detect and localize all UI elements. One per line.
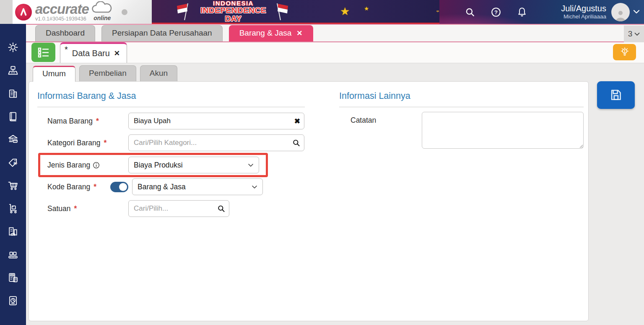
conveyor-boxes-icon xyxy=(7,249,19,261)
required-marker: * xyxy=(74,204,77,213)
tab-overflow-dropdown[interactable]: 3 xyxy=(624,26,644,42)
building-car-icon xyxy=(7,226,19,237)
sidebar-item-purchases-cart[interactable] xyxy=(0,174,26,197)
main-content: Dashboard Persiapan Data Perusahaan Bara… xyxy=(26,24,644,325)
clear-input-icon[interactable]: ✖ xyxy=(294,117,300,126)
garuda-emblem-icon xyxy=(436,2,439,21)
price-tag-rp-icon: Rp xyxy=(7,157,19,168)
tips-bulb-button[interactable] xyxy=(613,44,636,60)
catatan-label: Catatan xyxy=(351,116,376,125)
field-row-kategori-barang: Kategori Barang* xyxy=(47,134,304,151)
banner-text: INDONESIA INDEPENDENCE DAY xyxy=(200,0,266,23)
sidebar-item-banking[interactable] xyxy=(0,128,26,151)
brand-sub: online xyxy=(90,15,115,21)
left-sidebar: Rp TAX xyxy=(0,24,26,325)
avatar[interactable] xyxy=(611,3,630,21)
satuan-input[interactable] xyxy=(128,200,229,217)
brand-text-block: accurate v1.0.1#3045-1939436 xyxy=(35,2,89,22)
required-marker: * xyxy=(96,117,99,126)
sidebar-item-settings[interactable] xyxy=(0,36,26,59)
section-title-left: Informasi Barang & Jasa xyxy=(37,91,136,101)
bank-card-icon xyxy=(7,134,19,145)
sidebar-item-manufacture[interactable] xyxy=(0,243,26,266)
sidebar-item-inventory-trolley[interactable] xyxy=(0,197,26,220)
field-row-jenis-barang: Jenis Barang Biaya Produksi xyxy=(47,157,259,173)
banner-line1: INDONESIA xyxy=(200,0,266,6)
gear-icon xyxy=(7,41,19,53)
search-lookup-icon[interactable] xyxy=(292,139,300,147)
buildings-icon xyxy=(7,88,19,99)
tax-document-icon: TAX xyxy=(7,272,19,284)
indonesia-flag-icon xyxy=(175,2,193,21)
sidebar-item-pricing-rp[interactable]: Rp xyxy=(0,151,26,174)
field-row-kode-barang: Kode Barang* Barang & Jasa xyxy=(47,178,263,195)
user-info[interactable]: Juli/Agustus Michel Apriliaaaa xyxy=(561,4,606,20)
doc-tab-label: Data Baru xyxy=(72,49,110,58)
user-menu-chevron-down-icon[interactable] xyxy=(633,8,640,16)
work-area: Informasi Barang & Jasa Informasi Lainny… xyxy=(26,81,644,325)
report-piechart-icon xyxy=(7,295,19,307)
tab-akun[interactable]: Akun xyxy=(140,65,177,81)
record-list-button[interactable] xyxy=(31,43,55,62)
star-icon: ★ xyxy=(340,5,350,18)
independence-day-banner: INDONESIA INDEPENDENCE DAY ★ ★ xyxy=(152,0,439,24)
notifications-bell-icon[interactable] xyxy=(512,3,532,22)
required-marker: * xyxy=(93,183,96,191)
brand-name: accurate xyxy=(35,2,89,16)
cash-register-icon xyxy=(7,64,19,76)
banner-line2: INDEPENDENCE DAY xyxy=(200,6,266,23)
user-name: Michel Apriliaaaa xyxy=(561,13,606,20)
header-dot xyxy=(122,9,127,15)
save-button[interactable] xyxy=(597,81,635,109)
hand-truck-icon xyxy=(7,203,19,214)
svg-text:?: ? xyxy=(494,9,498,15)
tab-umum[interactable]: Umum xyxy=(33,66,75,82)
sidebar-item-sales-register[interactable] xyxy=(0,59,26,82)
svg-text:TAX: TAX xyxy=(10,274,13,276)
doc-tab-data-baru[interactable]: * Data Baru ✕ xyxy=(60,42,127,63)
kode-barang-label: Kode Barang* xyxy=(47,183,110,191)
satuan-label: Satuan* xyxy=(47,204,128,213)
info-icon[interactable] xyxy=(93,162,100,169)
shopping-cart-icon xyxy=(7,180,19,191)
document-tab-row: * Data Baru ✕ xyxy=(26,42,644,63)
catatan-textarea[interactable] xyxy=(422,112,584,149)
sidebar-item-journal[interactable] xyxy=(0,105,26,128)
nama-barang-input[interactable] xyxy=(128,113,304,129)
section-divider xyxy=(37,107,305,107)
app-window: accurate v1.0.1#3045-1939436 online INDO… xyxy=(0,0,644,325)
header-actions: ? Juli/Agustus Michel Apriliaaaa xyxy=(439,0,644,24)
header-brand-area: accurate v1.0.1#3045-1939436 online xyxy=(0,0,152,24)
kategori-barang-input[interactable] xyxy=(128,134,304,151)
close-doc-tab-icon[interactable]: ✕ xyxy=(114,49,120,58)
main-tab-bar: Dashboard Persiapan Data Perusahaan Bara… xyxy=(26,24,644,42)
sidebar-item-reports[interactable] xyxy=(0,289,26,312)
sidebar-item-company[interactable] xyxy=(0,82,26,105)
chevron-down-icon xyxy=(248,163,254,167)
tab-pembelian[interactable]: Pembelian xyxy=(79,65,136,81)
book-icon xyxy=(7,111,19,122)
search-lookup-icon[interactable] xyxy=(217,205,225,213)
jenis-barang-select[interactable]: Biaya Produksi xyxy=(128,157,259,173)
star-icon: ★ xyxy=(364,5,369,12)
cloud-icon: online xyxy=(90,1,115,21)
sidebar-item-fixed-asset[interactable] xyxy=(0,220,26,243)
close-tab-icon[interactable]: ✕ xyxy=(296,29,302,38)
kode-barang-toggle[interactable] xyxy=(110,182,128,192)
accurate-logo-icon xyxy=(15,4,32,21)
toggle-knob xyxy=(119,183,127,191)
tab-persiapan-data-perusahaan[interactable]: Persiapan Data Perusahaan xyxy=(101,25,223,41)
app-version: v1.0.1#3045-1939436 xyxy=(35,16,89,22)
kode-barang-select[interactable]: Barang & Jasa xyxy=(132,178,263,195)
header-left-strip xyxy=(0,0,13,24)
sidebar-item-tax[interactable]: TAX xyxy=(0,266,26,289)
chevron-down-icon xyxy=(634,32,640,36)
tab-dashboard[interactable]: Dashboard xyxy=(35,25,95,41)
section-title-right: Informasi Lainnya xyxy=(339,91,410,101)
field-row-nama-barang: Nama Barang* ✖ xyxy=(47,113,304,129)
form-sub-tabs: Umum Pembelian Akun xyxy=(26,63,644,81)
tab-barang-jasa[interactable]: Barang & Jasa ✕ xyxy=(229,25,313,41)
help-icon[interactable]: ? xyxy=(486,3,506,22)
unsaved-marker: * xyxy=(65,45,68,54)
search-icon[interactable] xyxy=(460,3,480,22)
